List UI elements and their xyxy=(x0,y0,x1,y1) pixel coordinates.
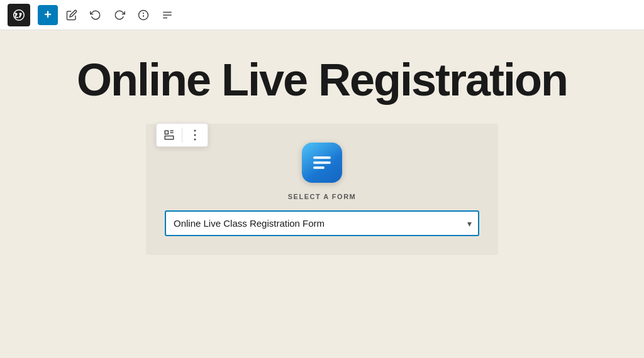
block-align-button[interactable] xyxy=(157,124,182,146)
add-block-button[interactable]: + xyxy=(38,5,58,25)
menu-button[interactable] xyxy=(157,5,177,25)
editor-area: Online Live Registration xyxy=(0,30,644,358)
svg-point-11 xyxy=(194,134,196,136)
select-form-label: SELECT A FORM xyxy=(288,193,357,200)
svg-rect-13 xyxy=(313,156,331,159)
app-icon xyxy=(302,143,342,183)
svg-point-12 xyxy=(194,139,196,141)
block-more-button[interactable] xyxy=(182,124,208,146)
redo-button[interactable] xyxy=(109,5,130,25)
block-toolbar-popup xyxy=(156,123,208,147)
toolbar: + xyxy=(0,0,644,30)
form-select-wrapper: Online Live Class Registration Form ▾ xyxy=(165,210,479,236)
svg-rect-14 xyxy=(313,161,331,164)
edit-button[interactable] xyxy=(62,5,82,25)
svg-rect-6 xyxy=(165,131,168,134)
form-select[interactable]: Online Live Class Registration Form xyxy=(165,210,479,236)
page-title: Online Live Registration xyxy=(38,55,606,105)
info-button[interactable] xyxy=(133,5,153,25)
undo-button[interactable] xyxy=(86,5,106,25)
svg-rect-15 xyxy=(313,166,325,169)
svg-rect-7 xyxy=(165,136,174,139)
svg-point-10 xyxy=(194,130,196,132)
wp-logo[interactable] xyxy=(8,4,30,26)
